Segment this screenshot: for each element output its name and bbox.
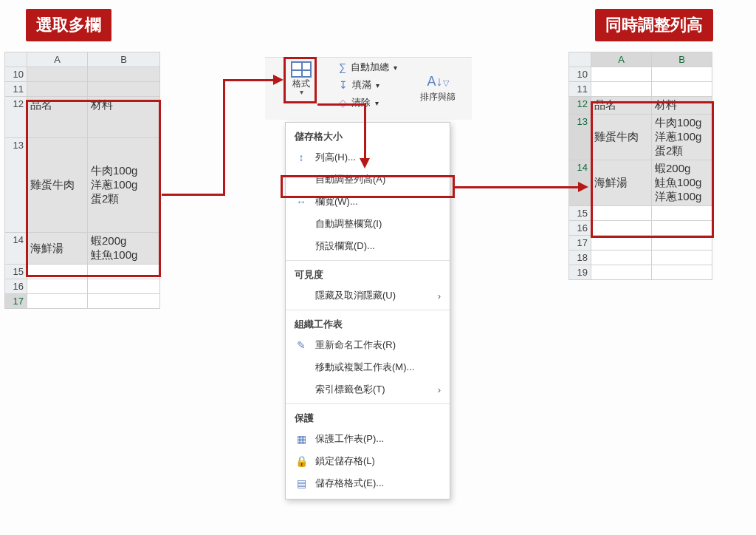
cell[interactable]: 牛肉100g 洋蔥100g 蛋2顆	[88, 138, 160, 233]
cell[interactable]	[88, 294, 160, 309]
cell[interactable]	[27, 279, 88, 294]
menu-row-height[interactable]: ↕ 列高(H)...	[286, 146, 450, 168]
ribbon-fragment: 格式 ▾ ∑ 自動加總 ▾ ↧ 填滿 ▾ ◇ 清除 ▾ A↓▽ 排序與篩	[265, 57, 472, 120]
cell[interactable]: 海鮮湯	[591, 160, 652, 206]
cell[interactable]: 牛肉100g 洋蔥100g 蛋2顆	[652, 115, 712, 160]
format-dropdown-menu: 儲存格大小 ↕ 列高(H)... 自動調整列高(A) ↔ 欄寬(W)... 自動…	[285, 122, 450, 500]
menu-label: 欄寬(W)...	[315, 195, 358, 208]
cell[interactable]: 品名	[27, 97, 88, 138]
cell[interactable]: 雞蛋牛肉	[591, 115, 652, 160]
autosum-label: 自動加總	[351, 61, 389, 74]
menu-label: 保護工作表(P)...	[315, 432, 384, 446]
row-header[interactable]: 11	[569, 82, 591, 97]
cell[interactable]	[652, 236, 712, 251]
cell[interactable]	[27, 294, 88, 309]
col-header-b[interactable]: B	[652, 52, 712, 67]
menu-protect-sheet[interactable]: ▦ 保護工作表(P)...	[286, 428, 450, 450]
cell[interactable]: 海鮮湯	[27, 233, 88, 265]
row-header[interactable]: 13	[569, 115, 591, 160]
row-header[interactable]: 15	[5, 265, 27, 279]
cell[interactable]: 蝦200g 鮭魚100g	[88, 233, 160, 265]
cell[interactable]	[591, 265, 652, 280]
row-header[interactable]: 14	[569, 160, 591, 206]
cell[interactable]	[88, 265, 160, 279]
cell[interactable]: 雞蛋牛肉	[27, 138, 88, 233]
cell[interactable]	[652, 251, 712, 265]
cell[interactable]	[591, 221, 652, 236]
row-header[interactable]: 10	[569, 67, 591, 82]
row-header[interactable]: 12	[569, 97, 591, 115]
menu-hide-unhide[interactable]: 隱藏及取消隱藏(U) ›	[286, 284, 450, 307]
sort-filter-label: 排序與篩	[420, 91, 456, 103]
row-header[interactable]: 17	[569, 236, 591, 251]
menu-autofit-col-width[interactable]: 自動調整欄寬(I)	[286, 213, 450, 235]
caption-right: 同時調整列高	[595, 9, 713, 41]
cell[interactable]	[27, 82, 88, 97]
sort-filter-button[interactable]: A↓▽ 排序與篩	[420, 74, 456, 103]
menu-move-copy-sheet[interactable]: 移動或複製工作表(M)...	[286, 356, 450, 378]
cell[interactable]	[652, 206, 712, 221]
menu-col-width[interactable]: ↔ 欄寬(W)...	[286, 191, 450, 213]
right-spreadsheet[interactable]: A B 10 11 12 品名 材料 13 雞蛋牛肉 牛肉100g 洋蔥100g…	[568, 52, 712, 280]
row-header[interactable]: 15	[569, 206, 591, 221]
cell[interactable]	[591, 67, 652, 82]
menu-rename-sheet[interactable]: ✎ 重新命名工作表(R)	[286, 334, 450, 356]
cell[interactable]	[652, 221, 712, 236]
cell[interactable]	[591, 206, 652, 221]
menu-label: 自動調整欄寬(I)	[315, 217, 382, 231]
row-height-icon: ↕	[295, 151, 308, 163]
fill-button[interactable]: ↧ 填滿 ▾	[339, 78, 379, 92]
row-header[interactable]: 16	[569, 221, 591, 236]
row-header[interactable]: 12	[5, 97, 27, 138]
menu-section-organize: 組織工作表	[286, 313, 450, 334]
cell[interactable]	[591, 82, 652, 97]
menu-label: 索引標籤色彩(T)	[315, 383, 385, 396]
cell[interactable]	[591, 236, 652, 251]
cell[interactable]	[652, 67, 712, 82]
cell[interactable]: 材料	[652, 97, 712, 115]
menu-label: 儲存格格式(E)...	[315, 477, 384, 490]
col-header-a[interactable]: A	[591, 52, 652, 67]
select-all-corner[interactable]	[569, 52, 591, 67]
row-header[interactable]: 16	[5, 279, 27, 294]
menu-label: 隱藏及取消隱藏(U)	[315, 289, 396, 302]
cell[interactable]	[88, 67, 160, 82]
clear-button[interactable]: ◇ 清除 ▾	[339, 96, 379, 109]
row-header[interactable]: 11	[5, 82, 27, 97]
menu-section-protect: 保護	[286, 407, 450, 428]
left-spreadsheet[interactable]: A B 10 11 12 品名 材料 13 雞蛋牛肉 牛肉100g 洋蔥100g…	[4, 52, 160, 309]
row-header[interactable]: 19	[569, 265, 591, 280]
row-header[interactable]: 13	[5, 138, 27, 233]
cell[interactable]	[27, 67, 88, 82]
format-cells-icon: ▤	[295, 477, 308, 489]
cell[interactable]	[88, 279, 160, 294]
cell[interactable]	[27, 265, 88, 279]
menu-format-cells[interactable]: ▤ 儲存格格式(E)...	[286, 472, 450, 494]
col-header-b[interactable]: B	[88, 52, 160, 67]
cell[interactable]	[652, 265, 712, 280]
row-header[interactable]: 17	[5, 294, 27, 309]
row-header[interactable]: 10	[5, 67, 27, 82]
menu-section-cellsize: 儲存格大小	[286, 126, 450, 146]
menu-label: 移動或複製工作表(M)...	[315, 361, 414, 374]
menu-default-width[interactable]: 預設欄寬(D)...	[286, 235, 450, 257]
cell[interactable]	[88, 82, 160, 97]
menu-section-visibility: 可見度	[286, 264, 450, 284]
menu-autofit-row-height[interactable]: 自動調整列高(A)	[286, 168, 450, 191]
select-all-corner[interactable]	[5, 52, 27, 67]
autosum-button[interactable]: ∑ 自動加總 ▾	[339, 61, 397, 74]
menu-label: 列高(H)...	[315, 151, 356, 164]
cell[interactable]	[652, 82, 712, 97]
row-header[interactable]: 18	[569, 251, 591, 265]
menu-lock-cell[interactable]: 🔒 鎖定儲存格(L)	[286, 450, 450, 472]
cell[interactable]: 蝦200g 鮭魚100g 洋蔥100g	[652, 160, 712, 206]
cell[interactable]: 品名	[591, 97, 652, 115]
menu-tab-color[interactable]: 索引標籤色彩(T) ›	[286, 378, 450, 401]
row-header[interactable]: 14	[5, 233, 27, 265]
chevron-down-icon: ▾	[394, 64, 397, 72]
col-header-a[interactable]: A	[27, 52, 88, 67]
submenu-arrow-icon: ›	[438, 290, 441, 301]
cell[interactable]: 材料	[88, 97, 160, 138]
format-button[interactable]: 格式 ▾	[286, 59, 317, 102]
cell[interactable]	[591, 251, 652, 265]
